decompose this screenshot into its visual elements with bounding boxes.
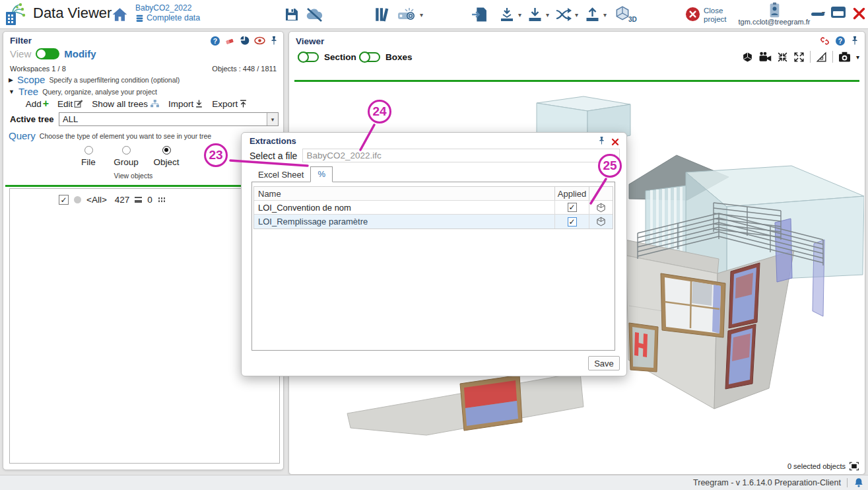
save-button[interactable]: Save	[588, 356, 620, 370]
import-file-icon[interactable]	[471, 6, 488, 26]
pie-chart-icon[interactable]	[240, 36, 250, 46]
expand-icon[interactable]	[793, 52, 805, 63]
minimize-icon[interactable]	[811, 9, 825, 22]
selection-box-icon[interactable]	[849, 462, 859, 471]
cloud-offline-icon[interactable]	[305, 7, 323, 25]
dialog-pin-icon[interactable]	[598, 136, 605, 148]
projector-menu[interactable]: ▾	[396, 7, 423, 22]
viewer-toolbar-icons: ▾	[742, 51, 859, 63]
dialog-title: Extractions	[250, 136, 296, 146]
chevron-down-icon[interactable]: ▾	[856, 53, 859, 61]
close-window-icon[interactable]	[852, 7, 866, 23]
column-header-name[interactable]: Name	[254, 189, 554, 199]
chevron-down-icon[interactable]: ▾	[546, 11, 549, 18]
download-stand-icon	[498, 7, 516, 22]
tab-percent[interactable]: %	[310, 166, 333, 182]
home-icon[interactable]	[111, 6, 129, 26]
extract-menu[interactable]: ▾	[498, 7, 521, 22]
annotation-25: 25	[598, 154, 622, 178]
selected-objects-status: 0 selected objects	[787, 462, 859, 471]
scope-label[interactable]: Scope	[17, 74, 46, 85]
help-icon[interactable]: ?	[211, 36, 220, 46]
shuffle-icon	[555, 7, 572, 22]
tree-label[interactable]: Tree	[18, 86, 38, 97]
export-tree-button[interactable]: Export	[212, 99, 248, 109]
edit-icon	[74, 99, 83, 108]
dialog-close-icon[interactable]	[611, 137, 619, 149]
save-icon[interactable]	[284, 7, 300, 25]
grid-dots-icon[interactable]	[158, 197, 165, 203]
objects-count: Objects : 448 / 1811	[212, 65, 277, 73]
import-tree-button[interactable]: Import	[168, 99, 203, 109]
pin-icon[interactable]	[270, 36, 278, 46]
chevron-down-icon[interactable]: ▾	[575, 11, 578, 18]
eye-icon[interactable]	[254, 36, 265, 45]
divider	[810, 51, 811, 63]
column-header-applied[interactable]: Applied	[554, 187, 589, 200]
radio-circle[interactable]	[84, 146, 93, 155]
view-modify-toggle-row: View Modify	[10, 48, 96, 59]
radio-circle[interactable]	[122, 146, 131, 155]
table-header-row: Name Applied	[254, 187, 613, 201]
section-toggle[interactable]	[298, 52, 319, 62]
radio-object[interactable]: Object	[150, 146, 183, 167]
shuffle-menu[interactable]: ▾	[555, 7, 578, 22]
broken-link-icon[interactable]	[820, 36, 830, 46]
active-tree-select[interactable]: ALL ▾	[59, 112, 279, 126]
edit-tree-button[interactable]: Edit	[57, 99, 83, 109]
notification-bell-icon[interactable]	[853, 477, 864, 488]
show-all-trees-button[interactable]: Show all trees	[92, 99, 160, 109]
chevron-down-icon[interactable]: ▾	[603, 11, 607, 18]
filter-green-divider	[5, 185, 281, 187]
extraction-name: LOI_Convention de nom	[254, 203, 554, 213]
applied-checkbox[interactable]: ✓	[568, 217, 577, 227]
cube-outline-icon[interactable]	[596, 217, 606, 227]
measure-triangle-icon[interactable]	[816, 52, 827, 63]
table-row[interactable]: LOI_Remplissage paramètre ✓	[254, 215, 613, 228]
scope-hint: Specify a superfiltering condition (opti…	[49, 76, 180, 84]
collapse-icon[interactable]	[777, 52, 788, 63]
user-email[interactable]: tgm.cclot@treegram.fr	[731, 18, 817, 26]
filter-title: Filter	[10, 36, 32, 46]
library-icon[interactable]	[374, 6, 391, 26]
video-camera-icon[interactable]	[758, 52, 772, 63]
version-text: Treegram - v 1.6.14.0 Preparation-Client	[693, 478, 841, 487]
eraser-icon[interactable]	[224, 36, 235, 46]
scope-section-header[interactable]: ▶ Scope Specify a superfiltering conditi…	[9, 74, 180, 85]
cube-outline-icon[interactable]	[596, 203, 606, 213]
add-tree-button[interactable]: Add +	[26, 98, 49, 110]
camera-icon[interactable]	[838, 52, 851, 63]
view-modify-toggle[interactable]	[36, 48, 59, 59]
collapse-arrow-icon[interactable]: ▶	[9, 77, 13, 83]
upload-menu[interactable]: ▾	[584, 7, 607, 22]
cube-icon[interactable]	[742, 52, 753, 63]
expand-arrow-icon[interactable]: ▼	[9, 88, 15, 95]
database-icon	[135, 14, 144, 22]
combo-chevron-icon[interactable]: ▾	[267, 113, 278, 125]
app-title: Data Viewer	[33, 5, 112, 22]
pin-icon[interactable]	[851, 36, 859, 46]
boxes-toggle[interactable]	[359, 52, 380, 62]
rows-icon[interactable]	[135, 197, 142, 203]
file-select[interactable]: BabyCO2_2022.ifc ▾	[302, 149, 620, 162]
annotation-23: 23	[204, 143, 228, 167]
tree-section-header[interactable]: ▼ Tree Query, organize, analyse your pro…	[9, 86, 157, 97]
tree-hint: Query, organize, analyse your project	[42, 88, 157, 96]
radio-group[interactable]: Group	[110, 146, 142, 167]
tree-row-checkbox[interactable]: ✓	[59, 195, 69, 205]
tab-excel-sheet[interactable]: Excel Sheet	[251, 168, 310, 182]
radio-circle-selected[interactable]	[162, 146, 171, 155]
annotation-24: 24	[368, 100, 391, 123]
close-project-icon[interactable]	[685, 7, 700, 24]
help-icon[interactable]: ?	[836, 36, 845, 46]
app-logo-icon	[5, 3, 30, 29]
applied-checkbox[interactable]: ✓	[568, 203, 577, 212]
chevron-down-icon[interactable]: ▾	[518, 11, 521, 18]
extractions-table: Name Applied LOI_Convention de nom ✓ LOI…	[253, 186, 613, 229]
radio-file[interactable]: File	[75, 146, 102, 167]
viewer-header-icons: ?	[820, 36, 859, 46]
table-row[interactable]: LOI_Convention de nom ✓	[254, 201, 613, 215]
chevron-down-icon[interactable]: ▾	[420, 11, 423, 18]
download-menu[interactable]: ▾	[527, 7, 549, 22]
maximize-icon[interactable]	[830, 5, 846, 22]
